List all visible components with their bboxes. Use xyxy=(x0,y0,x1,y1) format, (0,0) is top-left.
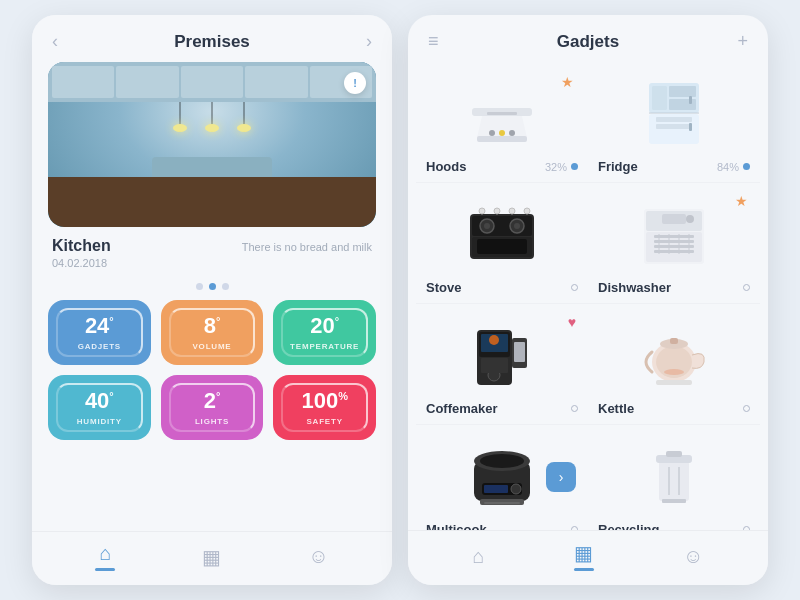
recycling-status xyxy=(743,526,750,530)
menu-icon[interactable]: ≡ xyxy=(428,31,439,52)
multicook-arrow-btn[interactable]: › xyxy=(546,462,576,492)
svg-point-40 xyxy=(686,215,694,223)
svg-point-47 xyxy=(489,335,499,345)
dishwasher-image: ★ xyxy=(598,191,750,276)
svg-rect-53 xyxy=(656,380,692,385)
multicook-label-row: Multicook xyxy=(426,522,578,530)
svg-rect-14 xyxy=(689,96,692,104)
recycling-label-row: Recycling xyxy=(598,522,750,530)
dot-3[interactable] xyxy=(222,283,229,290)
hoods-dot xyxy=(571,163,578,170)
dishwasher-svg xyxy=(634,199,714,269)
stove-status xyxy=(571,284,578,291)
svg-point-27 xyxy=(524,208,530,214)
svg-rect-34 xyxy=(654,250,694,253)
metric-humidity[interactable]: 40° HUMIDITY xyxy=(48,375,151,440)
right-nav-home[interactable]: ⌂ xyxy=(473,545,485,568)
svg-point-54 xyxy=(664,369,684,375)
gadget-recycling[interactable]: Recycling xyxy=(588,425,760,530)
fridge-label-row: Fridge 84% xyxy=(598,159,750,174)
right-nav-profile[interactable]: ☺ xyxy=(683,545,703,568)
multicook-dot xyxy=(571,526,578,530)
right-header: ≡ Gadjets + xyxy=(408,15,768,62)
hoods-badge: ★ xyxy=(561,74,574,90)
metric-safety[interactable]: 100% SAFETY xyxy=(273,375,376,440)
svg-point-26 xyxy=(509,208,515,214)
svg-rect-13 xyxy=(656,124,692,129)
svg-rect-33 xyxy=(654,245,694,248)
kettle-name: Kettle xyxy=(598,401,634,416)
premises-title: Premises xyxy=(174,32,250,52)
right-profile-icon: ☺ xyxy=(683,545,703,568)
coffeemaker-status xyxy=(571,405,578,412)
svg-rect-10 xyxy=(669,86,696,97)
svg-point-24 xyxy=(479,208,485,214)
kettle-status xyxy=(743,405,750,412)
fridge-svg xyxy=(634,78,714,148)
right-stats-icon: ▦ xyxy=(574,541,593,565)
dishwasher-label-row: Dishwasher xyxy=(598,280,750,295)
nav-stats[interactable]: ▦ xyxy=(202,545,221,569)
metric-lights[interactable]: 2° LIGHTS xyxy=(161,375,264,440)
recycling-dot xyxy=(743,526,750,530)
metric-volume[interactable]: 8° VOLUME xyxy=(161,300,264,365)
svg-rect-63 xyxy=(659,461,689,501)
gadget-multicook[interactable]: › Multicook xyxy=(416,425,588,530)
metric-gadjets[interactable]: 24° GADJETS xyxy=(48,300,151,365)
info-badge[interactable]: ! xyxy=(344,72,366,94)
kettle-svg xyxy=(634,320,714,390)
dishwasher-badge: ★ xyxy=(735,193,748,209)
dishwasher-status xyxy=(743,284,750,291)
svg-point-5 xyxy=(509,130,515,136)
stats-icon: ▦ xyxy=(202,545,221,569)
metric-temperature[interactable]: 20° TEMPERATURE xyxy=(273,300,376,365)
fridge-image xyxy=(598,70,750,155)
dishwasher-name: Dishwasher xyxy=(598,280,671,295)
gadget-coffeemaker[interactable]: ♥ Coffemaker xyxy=(416,304,588,425)
svg-point-22 xyxy=(514,223,520,229)
svg-point-60 xyxy=(511,484,521,494)
nav-home[interactable]: ⌂ xyxy=(95,542,115,571)
svg-rect-15 xyxy=(689,123,692,131)
recycling-svg xyxy=(634,441,714,511)
kettle-dot xyxy=(743,405,750,412)
hoods-status: 32% xyxy=(545,161,578,173)
add-icon[interactable]: + xyxy=(737,31,748,52)
svg-rect-68 xyxy=(662,499,686,503)
room-info: Kitchen 04.02.2018 There is no bread and… xyxy=(32,227,392,279)
svg-point-25 xyxy=(494,208,500,214)
nav-profile[interactable]: ☺ xyxy=(308,545,328,568)
gadget-stove[interactable]: Stove xyxy=(416,183,588,304)
right-nav-stats[interactable]: ▦ xyxy=(574,541,594,571)
gadget-kettle[interactable]: Kettle xyxy=(588,304,760,425)
right-bottom-nav: ⌂ ▦ ☺ xyxy=(408,530,768,585)
svg-point-20 xyxy=(484,223,490,229)
hood-svg xyxy=(462,78,542,148)
home-icon: ⌂ xyxy=(99,542,111,565)
right-home-icon: ⌂ xyxy=(473,545,485,568)
hoods-label-row: Hoods 32% xyxy=(426,159,578,174)
stove-svg xyxy=(462,199,542,269)
gadget-fridge[interactable]: Fridge 84% xyxy=(588,62,760,183)
gadget-dishwasher[interactable]: ★ Dishwasher xyxy=(588,183,760,304)
stove-name: Stove xyxy=(426,280,461,295)
svg-rect-65 xyxy=(666,451,682,457)
hoods-image: ★ xyxy=(426,70,578,155)
svg-rect-1 xyxy=(477,136,527,142)
dot-1[interactable] xyxy=(196,283,203,290)
dot-2[interactable] xyxy=(209,283,216,290)
stove-dot xyxy=(571,284,578,291)
multicook-svg xyxy=(462,441,542,511)
svg-rect-59 xyxy=(484,485,508,493)
svg-point-57 xyxy=(480,454,524,468)
gadget-hoods[interactable]: ★ Hoods 32% xyxy=(416,62,588,183)
svg-rect-39 xyxy=(662,214,686,224)
svg-rect-2 xyxy=(487,112,517,115)
coffeemaker-dot xyxy=(571,405,578,412)
coffeemaker-name: Coffemaker xyxy=(426,401,498,416)
svg-rect-12 xyxy=(656,117,692,122)
prev-arrow[interactable]: ‹ xyxy=(52,31,58,52)
next-arrow[interactable]: › xyxy=(366,31,372,52)
recycling-image xyxy=(598,433,750,518)
fridge-name: Fridge xyxy=(598,159,638,174)
